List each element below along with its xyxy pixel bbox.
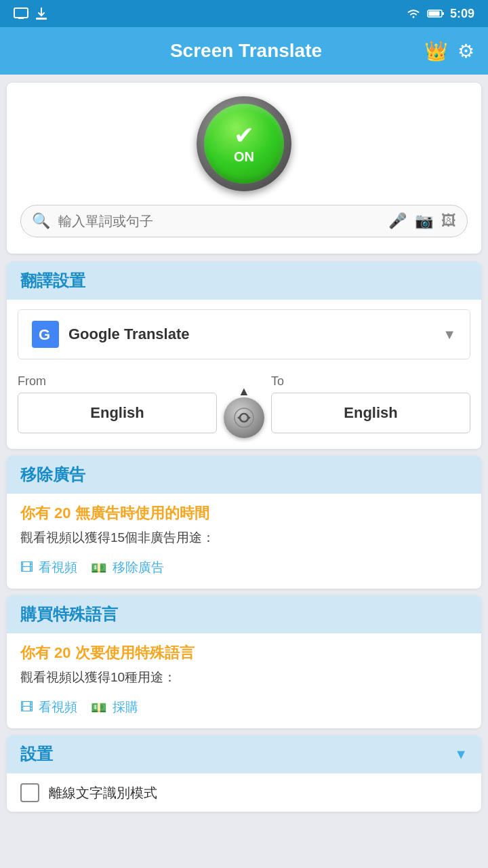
microphone-icon[interactable]: 🎤: [388, 212, 407, 230]
remove-ads-description: 觀看視頻以獲得15個非廣告用途：: [7, 526, 481, 556]
to-language-col: To English: [271, 374, 470, 433]
engine-name: Google Translate: [68, 326, 433, 343]
svg-marker-9: [237, 416, 240, 420]
watch-video-button-ads[interactable]: 🎞 看視頻: [20, 559, 77, 576]
dropdown-arrow-icon: ▼: [443, 327, 456, 342]
crown-icon[interactable]: 👑: [424, 40, 448, 62]
from-language-col: From English: [18, 374, 217, 433]
translate-settings-section: 翻譯設置 G Google Translate ▼ From English ▲: [7, 262, 481, 449]
on-label: ON: [234, 149, 254, 165]
time-display: 5:09: [450, 7, 474, 21]
from-label: From: [18, 374, 217, 389]
screenshot-icon[interactable]: 🖼: [441, 212, 456, 230]
remove-ads-header: 移除廣告: [7, 456, 481, 494]
to-label: To: [271, 374, 470, 389]
engine-selector[interactable]: G Google Translate ▼: [18, 309, 470, 359]
remove-ads-highlight: 你有 20 無廣告時使用的時間: [7, 494, 481, 526]
main-card: ✔ ON 🔍 🎤 📷 🖼: [7, 83, 481, 254]
toolbar: Screen Translate 👑 ⚙: [0, 27, 488, 75]
camera-icon[interactable]: 📷: [415, 212, 433, 230]
special-language-title: 購買特殊語言: [20, 604, 118, 625]
svg-rect-2: [36, 18, 47, 20]
settings-header: 設置 ▼: [7, 735, 481, 773]
svg-rect-0: [14, 8, 28, 18]
money-icon-ads: 💵: [91, 560, 107, 576]
swap-button[interactable]: [224, 397, 264, 438]
swap-icon: [233, 407, 255, 429]
toolbar-actions: 👑 ⚙: [424, 40, 474, 62]
offline-mode-label: 離線文字識別模式: [49, 784, 157, 802]
search-input[interactable]: [58, 214, 380, 229]
from-language-button[interactable]: English: [18, 393, 217, 433]
status-bar-right: 5:09: [405, 7, 474, 21]
search-bar: 🔍 🎤 📷 🖼: [20, 205, 468, 237]
film-icon-lang: 🎞: [20, 700, 33, 715]
battery-icon: [427, 9, 445, 18]
svg-marker-8: [248, 416, 251, 420]
google-g-icon: G: [36, 325, 55, 344]
search-icon: 🔍: [32, 212, 50, 230]
download-icon: [35, 7, 47, 20]
settings-section: 設置 ▼ 離線文字識別模式: [7, 735, 481, 812]
purchase-label: 採購: [113, 698, 138, 716]
watch-video-label-ads: 看視頻: [39, 559, 77, 576]
checkmark-icon: ✔: [234, 123, 254, 148]
swap-button-container: ▲: [217, 385, 271, 438]
money-icon-lang: 💵: [91, 700, 107, 715]
remove-ads-title: 移除廣告: [20, 464, 85, 486]
wifi-icon: [405, 7, 422, 20]
watch-video-label-lang: 看視頻: [39, 698, 77, 716]
special-language-header: 購買特殊語言: [7, 595, 481, 633]
svg-rect-4: [442, 12, 444, 15]
on-button-outer: ✔ ON: [197, 96, 291, 191]
offline-mode-setting: 離線文字識別模式: [7, 773, 481, 812]
status-bar-left: [14, 7, 47, 20]
settings-title: 設置: [20, 743, 53, 765]
status-bar: 5:09: [0, 0, 488, 27]
special-language-highlight: 你有 20 次要使用特殊語言: [7, 633, 481, 666]
watch-video-button-lang[interactable]: 🎞 看視頻: [20, 698, 77, 716]
to-language-button[interactable]: English: [271, 393, 470, 433]
special-language-section: 購買特殊語言 你有 20 次要使用特殊語言 觀看視頻以獲得10種用途： 🎞 看視…: [7, 595, 481, 728]
language-row: From English ▲ To English: [7, 369, 481, 449]
app-title: Screen Translate: [68, 40, 424, 62]
on-button-container: ✔ ON: [20, 96, 468, 191]
special-language-actions: 🎞 看視頻 💵 採購: [7, 696, 481, 728]
film-icon: 🎞: [20, 560, 33, 575]
special-language-description: 觀看視頻以獲得10種用途：: [7, 666, 481, 696]
translate-settings-title: 翻譯設置: [20, 270, 85, 292]
svg-text:G: G: [39, 326, 50, 343]
settings-dropdown-arrow: ▼: [454, 747, 468, 762]
remove-ads-section: 移除廣告 你有 20 無廣告時使用的時間 觀看視頻以獲得15個非廣告用途： 🎞 …: [7, 456, 481, 589]
on-button[interactable]: ✔ ON: [204, 104, 284, 184]
remove-ads-button[interactable]: 💵 移除廣告: [91, 559, 164, 576]
remove-ads-actions: 🎞 看視頻 💵 移除廣告: [7, 556, 481, 589]
svg-rect-1: [18, 18, 24, 19]
translate-settings-header: 翻譯設置: [7, 262, 481, 300]
screen-icon: [14, 7, 28, 20]
swap-arrow-up-icon: ▲: [238, 385, 250, 397]
offline-mode-checkbox[interactable]: [20, 783, 39, 802]
google-translate-logo: G: [32, 321, 59, 348]
remove-ads-label: 移除廣告: [113, 559, 164, 576]
purchase-button[interactable]: 💵 採購: [91, 698, 138, 716]
svg-rect-5: [428, 12, 439, 16]
settings-icon[interactable]: ⚙: [458, 40, 474, 62]
